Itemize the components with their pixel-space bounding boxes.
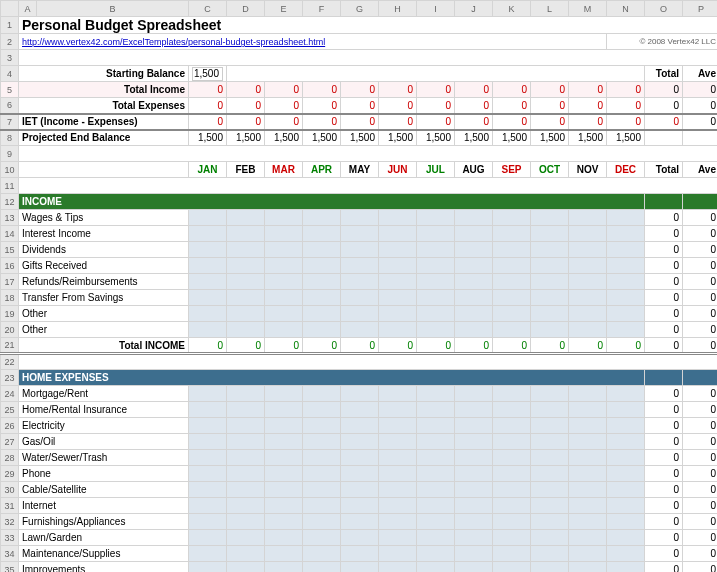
input-cell[interactable] [227,274,265,290]
cell[interactable]: 0 [569,82,607,98]
input-cell[interactable] [607,402,645,418]
input-cell[interactable] [189,418,227,434]
input-cell[interactable] [341,306,379,322]
input-cell[interactable] [417,322,455,338]
cell[interactable]: 0 [417,114,455,130]
cell[interactable]: 0 [455,82,493,98]
input-cell[interactable] [379,482,417,498]
input-cell[interactable] [341,466,379,482]
input-cell[interactable] [265,226,303,242]
line-item-label[interactable]: Internet [19,498,189,514]
input-cell[interactable] [265,498,303,514]
input-cell[interactable] [303,530,341,546]
input-cell[interactable] [189,402,227,418]
cell[interactable]: 1,500 [493,130,531,146]
input-cell[interactable] [227,210,265,226]
input-cell[interactable] [189,274,227,290]
line-item-label[interactable]: Electricity [19,418,189,434]
line-item-label[interactable]: Other [19,322,189,338]
row-ave[interactable]: 0 [683,450,718,466]
input-cell[interactable] [341,210,379,226]
input-cell[interactable] [569,546,607,562]
input-cell[interactable] [493,450,531,466]
input-cell[interactable] [455,210,493,226]
input-cell[interactable] [189,450,227,466]
summary-cell[interactable]: 0 [227,98,265,114]
input-cell[interactable] [455,546,493,562]
input-cell[interactable] [531,210,569,226]
row-total[interactable]: 0 [645,242,683,258]
input-cell[interactable] [379,514,417,530]
input-cell[interactable] [455,466,493,482]
input-cell[interactable] [455,226,493,242]
row-total[interactable]: 0 [645,514,683,530]
cell[interactable]: 0 [607,114,645,130]
input-cell[interactable] [607,466,645,482]
input-cell[interactable] [417,514,455,530]
input-cell[interactable] [417,530,455,546]
input-cell[interactable] [455,258,493,274]
input-cell[interactable] [341,418,379,434]
row-total[interactable]: 0 [645,530,683,546]
cell[interactable]: 0 [531,114,569,130]
input-cell[interactable] [531,562,569,573]
cell[interactable]: 0 [227,114,265,130]
input-cell[interactable] [189,290,227,306]
input-cell[interactable] [569,210,607,226]
input-cell[interactable] [531,402,569,418]
cell[interactable]: 1,500 [607,130,645,146]
input-cell[interactable] [341,450,379,466]
input-cell[interactable] [341,226,379,242]
input-cell[interactable] [227,386,265,402]
input-cell[interactable] [417,466,455,482]
input-cell[interactable] [189,226,227,242]
input-cell[interactable] [607,274,645,290]
input-cell[interactable] [455,322,493,338]
row-ave[interactable]: 0 [683,498,718,514]
row-ave[interactable]: 0 [683,530,718,546]
input-cell[interactable] [341,258,379,274]
input-cell[interactable] [303,450,341,466]
input-cell[interactable] [417,562,455,573]
input-cell[interactable] [379,466,417,482]
input-cell[interactable] [569,434,607,450]
section-total-cell[interactable]: 0 [569,338,607,354]
input-cell[interactable] [569,322,607,338]
summary-cell[interactable]: 0 [265,98,303,114]
input-cell[interactable] [303,562,341,573]
cell[interactable]: 1,500 [265,130,303,146]
input-cell[interactable] [265,402,303,418]
cell[interactable]: 0 [379,82,417,98]
input-cell[interactable] [341,514,379,530]
starting-balance-input[interactable] [189,66,227,82]
input-cell[interactable] [493,386,531,402]
row-ave[interactable]: 0 [683,402,718,418]
section-total-cell[interactable]: 0 [417,338,455,354]
input-cell[interactable] [493,466,531,482]
input-cell[interactable] [569,530,607,546]
input-cell[interactable] [303,242,341,258]
line-item-label[interactable]: Interest Income [19,226,189,242]
input-cell[interactable] [379,274,417,290]
line-item-label[interactable]: Gas/Oil [19,434,189,450]
input-cell[interactable] [531,386,569,402]
input-cell[interactable] [417,498,455,514]
row-ave[interactable]: 0 [683,434,718,450]
input-cell[interactable] [265,290,303,306]
input-cell[interactable] [455,402,493,418]
input-cell[interactable] [379,386,417,402]
input-cell[interactable] [379,306,417,322]
input-cell[interactable] [303,274,341,290]
input-cell[interactable] [493,306,531,322]
input-cell[interactable] [417,546,455,562]
input-cell[interactable] [531,482,569,498]
input-cell[interactable] [265,466,303,482]
cell[interactable]: 1,500 [531,130,569,146]
input-cell[interactable] [455,530,493,546]
input-cell[interactable] [303,386,341,402]
input-cell[interactable] [303,306,341,322]
row-ave[interactable]: 0 [683,322,718,338]
input-cell[interactable] [493,242,531,258]
input-cell[interactable] [493,418,531,434]
row-total[interactable]: 0 [645,562,683,573]
